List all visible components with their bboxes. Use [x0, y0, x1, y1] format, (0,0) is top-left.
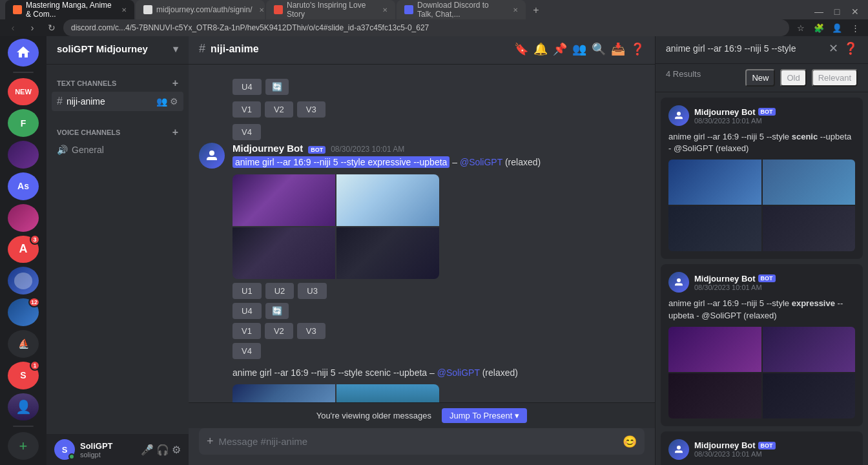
bookmark-icon[interactable]: ☆ [793, 20, 809, 36]
add-server-button[interactable]: + [8, 432, 39, 460]
result-img-1-3 [668, 206, 761, 251]
profile-icon[interactable]: 👤 [829, 20, 845, 36]
server-icon-blue[interactable] [8, 267, 39, 294]
v1-btn-1[interactable]: V1 [232, 323, 261, 339]
header-search-icon[interactable]: 🔍 [592, 42, 606, 56]
server-icon-new[interactable]: NEW [8, 78, 39, 106]
v4-btn-top[interactable]: V4 [232, 124, 261, 140]
header-pin-icon[interactable]: 📌 [553, 42, 567, 56]
restore-btn[interactable]: □ [829, 4, 845, 19]
server-icon-s[interactable]: S 1 [8, 362, 39, 389]
user-settings-icon[interactable]: ⚙ [172, 444, 181, 456]
v2-btn-1[interactable]: V2 [265, 323, 293, 339]
server-icon-person[interactable]: 👤 [8, 393, 39, 421]
message-input[interactable] [219, 428, 617, 455]
header-bell-icon[interactable]: 🔔 [533, 42, 548, 56]
voice-channels-header[interactable]: VOICE CHANNELS + [52, 124, 183, 141]
search-query-text: anime girl --ar 16:9 --niji 5 --style [666, 43, 796, 54]
u4-btn[interactable]: U4 [232, 79, 262, 95]
header-hashtag-icon[interactable]: 🔖 [514, 42, 528, 56]
v1-btn-top[interactable]: V1 [232, 101, 261, 118]
tab-bar: Mastering Manga, Anime & Com... ✕ midjou… [0, 0, 868, 19]
v2-btn-top[interactable]: V2 [265, 101, 293, 118]
attach-icon[interactable]: + [207, 435, 214, 448]
forward-btn[interactable]: › [25, 20, 40, 36]
u4-btn-1[interactable]: U4 [232, 303, 262, 319]
u2-btn-1[interactable]: U2 [265, 283, 294, 299]
filter-new-button[interactable]: New [745, 69, 775, 87]
v4-btn-1[interactable]: V4 [232, 343, 261, 359]
result-img-2-3 [668, 373, 761, 418]
channel-item-niji-anime[interactable]: # niji-anime 👥 ⚙ [52, 92, 183, 111]
tab-label-3: Naruto's Inspiring Love Story [287, 1, 376, 19]
close-search-icon[interactable]: ✕ [829, 41, 838, 56]
tab-close-3[interactable]: ✕ [382, 6, 388, 14]
v3-btn-1[interactable]: V3 [297, 323, 326, 339]
tab-close-2[interactable]: ✕ [259, 6, 264, 14]
close-browser-btn[interactable]: ✕ [847, 4, 863, 19]
headset-icon[interactable]: 🎧 [156, 444, 169, 456]
reload-btn[interactable]: ↻ [44, 20, 59, 36]
channel-item-label: niji-anime [67, 96, 152, 107]
channel-gear-icon[interactable]: ⚙ [170, 96, 178, 107]
address-bar: ‹ › ↻ ☆ 🧩 👤 ⋮ [0, 19, 868, 36]
header-help-icon[interactable]: ❓ [630, 42, 645, 56]
channel-settings-icons: 👥 ⚙ [156, 96, 178, 107]
filter-relevant-button[interactable]: Relevant [812, 69, 858, 87]
server-divider [13, 72, 34, 73]
tab-midjourney[interactable]: midjourney.com/auth/signin/ ✕ [136, 0, 265, 19]
server-icon-f[interactable]: F [8, 109, 39, 137]
image-cell-1-1 [232, 174, 335, 226]
server-icon-red[interactable]: A 3 [8, 236, 39, 264]
search-result-1[interactable]: Midjourney Bot BOT 08/30/2023 10:01 AM a… [661, 98, 863, 259]
add-voice-channel-icon[interactable]: + [172, 127, 178, 138]
text-channels-header[interactable]: TEXT CHANNELS + [52, 75, 183, 92]
new-tab-button[interactable]: + [527, 1, 545, 19]
image-grid-partial[interactable] [232, 384, 439, 402]
server-name-bar[interactable]: soliGPT Midjourney ▾ [46, 34, 189, 65]
server-icon-badge12[interactable]: 12 [8, 298, 39, 326]
message-mention-2: @SoliGPT [437, 367, 480, 378]
result-time-2: 08/30/2023 10:01 AM [694, 284, 776, 291]
voice-channel-general[interactable]: 🔊 General [52, 141, 183, 159]
jump-to-present-label: Jump To Present [450, 411, 512, 420]
server-icon-as[interactable]: As [8, 172, 39, 200]
u3-btn-1[interactable]: U3 [298, 283, 327, 299]
tab-mastering-manga[interactable]: Mastering Manga, Anime & Com... ✕ [5, 0, 134, 19]
header-members-icon[interactable]: 👥 [572, 42, 586, 56]
add-channel-icon[interactable]: + [172, 78, 178, 89]
refresh-btn-1[interactable]: 🔄 [265, 303, 289, 319]
tab-close-4[interactable]: ✕ [513, 6, 518, 14]
message-input-area: + 😊 [189, 428, 655, 465]
home-server-icon[interactable] [8, 39, 39, 67]
tab-naruto[interactable]: Naruto's Inspiring Love Story ✕ [266, 0, 395, 19]
tab-label-4: Download Discord to Talk, Chat,... [417, 1, 506, 19]
search-result-3[interactable]: Midjourney Bot BOT 08/30/2023 10:01 AM a… [661, 431, 863, 465]
server-icon-sail[interactable]: ⛵ [8, 330, 39, 358]
emoji-icon[interactable]: 😊 [623, 435, 637, 449]
back-btn[interactable]: ‹ [5, 20, 21, 36]
header-inbox-icon[interactable]: 📥 [611, 42, 625, 56]
u1-btn-1[interactable]: U1 [232, 283, 262, 299]
v3-btn-top[interactable]: V3 [297, 101, 326, 118]
tab-discord[interactable]: Download Discord to Talk, Chat,... ✕ [397, 0, 526, 19]
server-icon-anime2[interactable] [8, 204, 39, 232]
button-row-v4-1: V4 [232, 343, 645, 359]
address-input[interactable] [63, 19, 789, 36]
mic-icon[interactable]: 🎤 [141, 444, 154, 456]
button-row-v4-top: V4 [232, 124, 645, 140]
channel-hash-header: # [199, 42, 205, 56]
server-icon-anime[interactable] [8, 141, 39, 169]
tab-close-1[interactable]: ✕ [121, 6, 127, 14]
bot-badge-1: BOT [308, 146, 326, 154]
search-help-icon[interactable]: ❓ [843, 41, 858, 56]
result-author-2: Midjourney Bot BOT 08/30/2023 10:01 AM [668, 272, 855, 293]
image-grid-1[interactable] [232, 174, 439, 279]
search-result-2[interactable]: Midjourney Bot BOT 08/30/2023 10:01 AM a… [661, 264, 863, 426]
extensions-icon[interactable]: 🧩 [811, 20, 827, 36]
refresh-btn-top[interactable]: 🔄 [265, 79, 289, 95]
minimize-btn[interactable]: — [811, 4, 827, 19]
filter-old-button[interactable]: Old [780, 69, 806, 87]
settings-icon[interactable]: ⋮ [847, 20, 863, 36]
jump-to-present-button[interactable]: Jump To Present ▾ [442, 408, 527, 423]
